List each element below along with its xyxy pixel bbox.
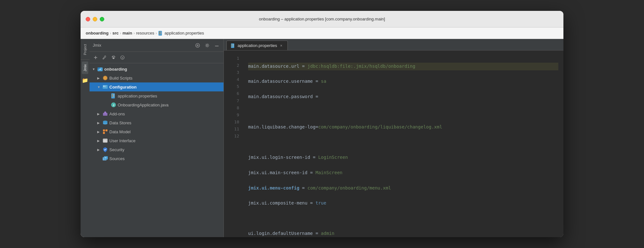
paw-button[interactable] [110, 54, 117, 61]
tree-label-onboarding-java: OnboardingApplication.java [118, 103, 221, 107]
wrench-button[interactable] [101, 54, 108, 61]
tree-item-security[interactable]: ▶ Security [90, 145, 224, 154]
tab-properties-icon [231, 43, 236, 48]
build-scripts-icon [102, 75, 108, 81]
maximize-button[interactable] [100, 17, 104, 21]
tree-item-build-scripts[interactable]: ▶ Build Scripts [90, 74, 224, 82]
code-line-4 [248, 108, 558, 116]
breadcrumb-sep-3: › [133, 31, 135, 35]
tree-item-data-stores[interactable]: ▶ Data Stores [90, 118, 224, 127]
svg-rect-4 [161, 32, 161, 32]
line-num-7: 7 [224, 97, 243, 105]
tree-item-addons[interactable]: ▶ Add-ons [90, 109, 224, 118]
close-button[interactable] [86, 17, 90, 21]
tree-label-security: Security [109, 147, 221, 152]
svg-rect-33 [112, 94, 113, 95]
main-layout: Project Jmix 📁 Jmix [81, 39, 563, 237]
tree-label-configuration: Configuration [109, 85, 221, 89]
security-icon [102, 147, 108, 152]
code-line-5: main.liquibase.change-log=com/company/on… [248, 123, 558, 131]
folder-icon[interactable]: 📁 [82, 77, 88, 83]
line-num-1: 1 [224, 55, 243, 62]
tab-close-button[interactable]: × [279, 43, 284, 48]
title-bar: onboarding – application.properties [com… [81, 11, 563, 27]
svg-rect-27 [103, 85, 108, 89]
panel-toolbar: ? [90, 52, 224, 63]
code-line-12: ui.login.defaultUsername = admin [248, 230, 558, 237]
svg-rect-6 [161, 34, 161, 34]
user-interface-icon [102, 138, 108, 143]
project-panel: Jmix [90, 39, 224, 237]
sources-icon [102, 156, 108, 161]
breadcrumb-sep-2: › [120, 31, 121, 35]
settings-button[interactable] [204, 42, 211, 49]
arrow-user-interface: ▶ [97, 139, 101, 143]
tree-item-configuration[interactable]: ▼ Configuration [90, 82, 224, 91]
help-button[interactable]: ? [119, 54, 126, 61]
editor-tab-app-properties[interactable]: application.properties × [226, 41, 288, 50]
app-window: onboarding – application.properties [com… [81, 11, 563, 237]
onboarding-icon [97, 66, 103, 72]
svg-rect-67 [233, 45, 234, 45]
breadcrumb-sep-1: › [110, 31, 111, 35]
breadcrumb: onboarding › src › main › resources › ap… [81, 27, 563, 39]
code-line-3: main.datasource.password = [248, 93, 558, 101]
svg-rect-5 [161, 33, 161, 33]
tree-label-sources: Sources [109, 156, 221, 161]
code-line-2: main.datasource.username = sa [248, 78, 558, 85]
line-num-10: 10 [224, 119, 243, 126]
svg-rect-68 [233, 46, 234, 46]
minimize-button[interactable] [93, 17, 97, 21]
line-num-3: 3 [224, 69, 243, 76]
tree-item-onboarding[interactable]: ▼ onboarding [90, 65, 224, 74]
svg-rect-2 [159, 33, 160, 33]
code-content[interactable]: main.datasource.url = jdbc:hsqldb:file:.… [243, 50, 563, 237]
svg-rect-28 [103, 86, 105, 87]
vertical-tab-jmix[interactable]: Jmix [82, 62, 88, 74]
tree-item-onboarding-java[interactable]: J OnboardingApplication.java [90, 100, 224, 109]
tree-label-user-interface: User Interface [109, 138, 221, 143]
line-num-12: 12 [224, 133, 243, 140]
add-scope-button[interactable] [194, 42, 201, 49]
add-button[interactable] [92, 54, 99, 61]
breadcrumb-properties[interactable]: application.properties [164, 31, 204, 35]
svg-rect-59 [104, 156, 108, 159]
svg-rect-29 [105, 86, 106, 86]
arrow-configuration: ▼ [97, 85, 101, 89]
breadcrumb-onboarding[interactable]: onboarding [86, 31, 109, 35]
svg-rect-63 [232, 44, 232, 44]
svg-point-26 [105, 77, 106, 79]
tree-container: ▼ onboarding ▶ Build [90, 63, 224, 237]
data-stores-icon [102, 120, 108, 126]
traffic-lights [86, 17, 104, 21]
tree-item-data-model[interactable]: ▶ Data Model [90, 127, 224, 136]
svg-rect-61 [105, 158, 106, 159]
line-num-2: 2 [224, 62, 243, 69]
tree-item-sources[interactable]: Sources [90, 154, 224, 163]
code-editor[interactable]: 1 2 3 4 5 6 7 8 9 10 11 12 main.datasour… [224, 50, 563, 237]
addons-icon [102, 111, 108, 117]
code-line-6 [248, 139, 558, 146]
svg-rect-50 [106, 129, 107, 131]
tree-label-data-model: Data Model [109, 129, 221, 134]
svg-rect-1 [159, 32, 160, 32]
tree-item-app-properties[interactable]: application.properties [90, 91, 224, 100]
breadcrumb-resources[interactable]: resources [136, 31, 154, 35]
breadcrumb-main[interactable]: main [122, 31, 132, 35]
line-num-6: 6 [224, 90, 243, 97]
svg-rect-56 [103, 140, 106, 141]
vertical-tabs-panel: Project Jmix 📁 [81, 39, 90, 237]
svg-rect-49 [103, 129, 105, 131]
svg-rect-57 [103, 141, 106, 142]
svg-rect-62 [231, 43, 234, 48]
breadcrumb-sep-4: › [155, 31, 157, 35]
svg-text:J: J [113, 104, 114, 107]
vertical-tab-project[interactable]: Project [82, 42, 88, 58]
minimize-panel-button[interactable] [213, 42, 220, 49]
breadcrumb-src[interactable]: src [113, 31, 119, 35]
code-line-7: jmix.ui.login-screen-id = LoginScreen [248, 154, 558, 161]
tree-label-app-properties: application.properties [118, 94, 221, 98]
data-model-icon [102, 129, 108, 135]
window-title: onboarding – application.properties [com… [259, 17, 385, 21]
tree-item-user-interface[interactable]: ▶ User Interface [90, 136, 224, 145]
